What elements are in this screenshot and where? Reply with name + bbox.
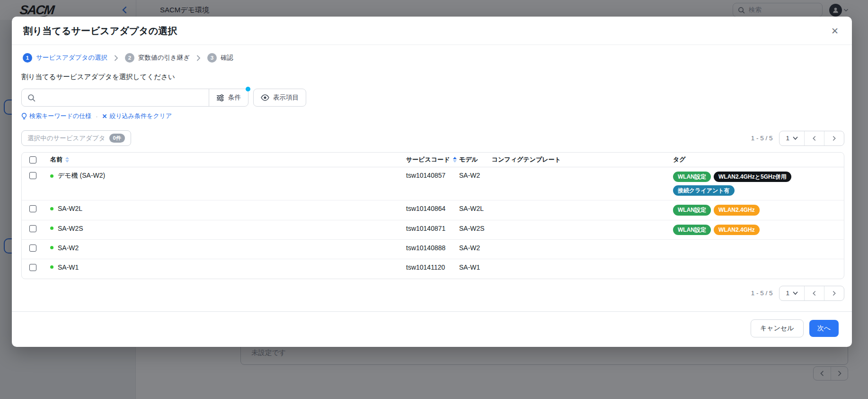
adapter-name: SA-W2L <box>58 205 82 212</box>
selected-adapters-label: 選択中のサービスアダプタ <box>27 134 106 143</box>
chevron-down-icon <box>793 136 798 140</box>
next-page-button[interactable] <box>824 286 844 300</box>
prev-page-button[interactable] <box>804 131 824 145</box>
eye-icon <box>261 94 269 101</box>
tags-cell: WLAN設定WLAN2.4GHz <box>673 225 830 235</box>
model: SA-W2S <box>459 225 492 232</box>
cancel-button[interactable]: キャンセル <box>751 319 804 337</box>
clear-filters-link[interactable]: ✕ 絞り込み条件をクリア <box>102 112 172 120</box>
display-columns-button[interactable]: 表示項目 <box>253 89 306 107</box>
filter-button-label: 条件 <box>228 93 241 102</box>
service-code: tsw10140857 <box>406 172 459 179</box>
service-code: tsw10140864 <box>406 205 459 212</box>
pagination-range: 1 - 5 / 5 <box>751 290 773 297</box>
search-input[interactable] <box>22 89 209 106</box>
sort-icon-active <box>453 157 457 163</box>
page-select[interactable]: 1 <box>779 131 804 145</box>
adapter-name-cell: SA-W2S <box>50 225 406 232</box>
header-config-template[interactable]: コンフィグテンプレート <box>492 155 673 164</box>
current-page: 1 <box>786 290 789 297</box>
dialog-title: 割り当てるサービスアダプタの選択 <box>23 25 177 37</box>
model: SA-W2L <box>459 205 492 212</box>
step-2: 2変数値の引き継ぎ <box>125 53 190 63</box>
adapter-name-cell: デモ機 (SA-W2) <box>50 172 406 180</box>
table-pagination-bottom: 1 - 5 / 5 1 <box>751 286 844 301</box>
service-code: tsw10140871 <box>406 225 459 232</box>
step-number: 1 <box>23 53 32 63</box>
search-icon <box>27 94 35 102</box>
header-model[interactable]: モデル <box>459 155 492 164</box>
chevron-down-icon <box>793 291 798 295</box>
adapter-name-cell: SA-W2L <box>50 205 406 212</box>
tag: WLAN2.4GHz <box>714 205 760 215</box>
row-checkbox[interactable] <box>29 205 36 212</box>
adapter-name: デモ機 (SA-W2) <box>58 172 105 180</box>
columns-button-label: 表示項目 <box>273 93 299 102</box>
step-number: 2 <box>125 53 134 63</box>
step-label: サービスアダプタの選択 <box>36 54 107 62</box>
header-name[interactable]: 名前 <box>50 155 406 164</box>
filter-conditions-button[interactable]: 条件 <box>209 89 248 106</box>
adapter-table: 名前 サービスコード モデル コンフィグテンプレート タグ デモ機 (SA-W2… <box>21 152 844 279</box>
instruction-text: 割り当てるサービスアダプタを選択してください <box>21 73 844 82</box>
step-3: 3確認 <box>207 53 233 63</box>
link-separator: · <box>96 113 97 120</box>
header-service-code[interactable]: サービスコード <box>406 155 459 164</box>
chevron-right-icon <box>114 55 118 61</box>
model: SA-W2 <box>459 244 492 252</box>
adapter-name: SA-W2S <box>58 225 83 232</box>
row-checkbox[interactable] <box>29 225 36 232</box>
tag: WLAN2.4GHz <box>714 225 760 235</box>
row-checkbox[interactable] <box>29 245 36 252</box>
step-label: 確認 <box>221 54 233 62</box>
sliders-icon <box>216 94 224 101</box>
service-code: tsw10141120 <box>406 263 459 271</box>
filter-active-badge <box>246 87 250 91</box>
adapter-name: SA-W1 <box>58 263 79 271</box>
step-1: 1サービスアダプタの選択 <box>23 53 107 63</box>
tag: WLAN設定 <box>673 225 711 235</box>
prev-page-button[interactable] <box>804 286 824 300</box>
step-number: 3 <box>207 53 217 63</box>
status-dot <box>50 265 53 269</box>
table-row: SA-W2Stsw10140871SA-W2SWLAN設定WLAN2.4GHz <box>22 220 844 240</box>
search-filter-group: 条件 <box>21 89 248 107</box>
tag: WLAN2.4GHzと5GHz併用 <box>714 172 791 182</box>
table-row: SA-W1tsw10141120SA-W1 <box>22 259 844 279</box>
next-button[interactable]: 次へ <box>809 320 839 337</box>
adapter-name-cell: SA-W1 <box>50 263 406 271</box>
clear-filters-label: 絞り込み条件をクリア <box>109 112 172 120</box>
tag: 接続クライアント有 <box>673 185 735 196</box>
selected-count-badge: 0件 <box>109 134 125 143</box>
selected-adapters-button[interactable]: 選択中のサービスアダプタ 0件 <box>21 130 131 146</box>
status-dot <box>50 207 53 210</box>
tags-cell: WLAN設定WLAN2.4GHz <box>673 205 830 215</box>
row-checkbox[interactable] <box>29 264 36 271</box>
select-all-checkbox[interactable] <box>29 156 36 163</box>
service-code: tsw10140888 <box>406 244 459 252</box>
step-label: 変数値の引き継ぎ <box>138 54 190 62</box>
lightbulb-icon <box>21 113 27 120</box>
pagination-range: 1 - 5 / 5 <box>751 135 773 142</box>
close-icon[interactable]: ✕ <box>831 27 839 36</box>
adapter-table-body: デモ機 (SA-W2)tsw10140857SA-W2WLAN設定WLAN2.4… <box>22 167 844 279</box>
search-keyword-spec-label: 検索キーワードの仕様 <box>29 112 91 120</box>
status-dot <box>50 174 53 178</box>
chevron-right-icon <box>196 55 201 61</box>
status-dot <box>50 246 53 249</box>
status-dot <box>50 227 53 230</box>
step-indicator: 1サービスアダプタの選択2変数値の引き継ぎ3確認 <box>21 45 844 63</box>
row-checkbox[interactable] <box>29 172 36 179</box>
page-select[interactable]: 1 <box>779 286 804 300</box>
table-row: SA-W2tsw10140888SA-W2 <box>22 240 844 259</box>
next-page-button[interactable] <box>824 131 844 145</box>
table-row: SA-W2Ltsw10140864SA-W2LWLAN設定WLAN2.4GHz <box>22 200 844 220</box>
search-keyword-spec-link[interactable]: 検索キーワードの仕様 <box>21 112 91 120</box>
adapter-name: SA-W2 <box>58 244 79 252</box>
tag: WLAN設定 <box>673 205 711 215</box>
model: SA-W2 <box>459 172 492 179</box>
header-tags[interactable]: タグ <box>673 155 844 164</box>
tags-cell: WLAN設定WLAN2.4GHzと5GHz併用接続クライアント有 <box>673 172 830 196</box>
adapter-name-cell: SA-W2 <box>50 244 406 252</box>
sort-icon <box>65 157 69 163</box>
